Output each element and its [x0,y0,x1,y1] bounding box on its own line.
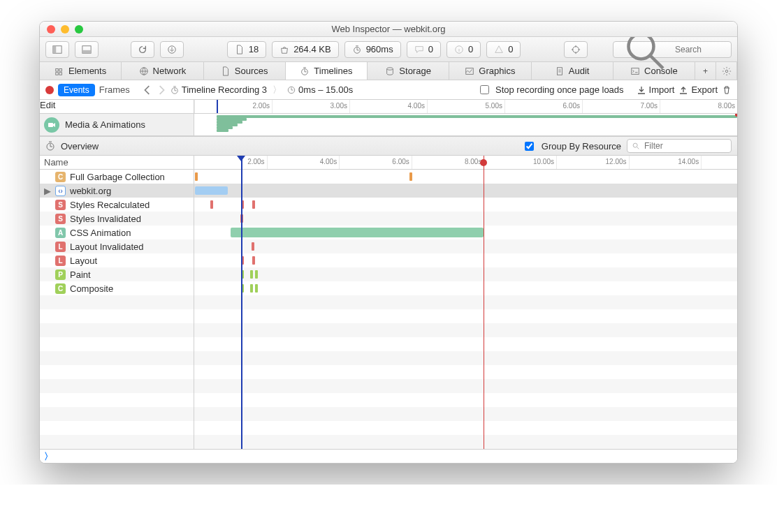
svg-rect-3 [82,50,91,52]
timeline-event[interactable] [252,200,255,209]
warning-icon [494,45,504,54]
reload-button[interactable] [131,41,154,58]
tab-sources[interactable]: Sources [204,62,286,80]
breadcrumb-range[interactable]: 0ms – 15.00s [298,84,353,95]
svg-point-8 [629,34,654,59]
download-button[interactable] [160,41,184,58]
tab-audit[interactable]: Audit [532,62,613,80]
detail-ruler-scale[interactable]: 2.00s4.00s6.00s8.00s10.00s12.00s14.00s [194,156,737,169]
empty-row [40,309,737,323]
group-by-resource-checkbox[interactable] [525,142,534,151]
tab-graphics[interactable]: Graphics [449,62,531,80]
timeline-row[interactable]: CFull Garbage Collection [40,170,737,184]
timeline-event[interactable] [241,200,244,209]
inspector-window: Web Inspector — webkit.org 18 264.4 KB 9… [39,21,738,464]
messages-stat: 0 [407,41,441,58]
timeline-row[interactable]: PPaint [40,267,737,281]
empty-row [40,323,737,337]
filter-input[interactable] [643,140,727,152]
timeline-event[interactable] [241,256,244,265]
media-track-icon [44,117,59,133]
file-icon [235,45,245,54]
view-events-tab[interactable]: Events [58,84,95,96]
console-icon [630,66,640,76]
name-column-header[interactable]: Name [40,156,194,169]
overview-ruler-scale[interactable]: 1000.0ms2.00s3.00s4.00s5.00s6.00s7.00s8.… [194,100,737,113]
import-button[interactable]: Import [637,84,675,95]
group-by-resource-label: Group By Resource [542,141,621,152]
delete-recording-button[interactable] [722,85,732,95]
timelines-icon [300,66,310,76]
row-label: Full Garbage Collection [70,172,165,182]
timeline-event[interactable] [241,270,244,279]
timeline-event[interactable] [195,172,198,181]
timeline-row[interactable]: SStyles Recalculated [40,198,737,212]
timeline-event[interactable] [195,186,228,195]
gear-icon [722,66,732,76]
media-track-lane[interactable] [194,114,737,135]
tab-console[interactable]: Console [613,62,695,80]
empty-row [40,365,737,379]
timeline-event[interactable] [409,172,412,181]
view-frames-tab[interactable]: Frames [99,84,130,95]
timeline-rows: CFull Garbage Collection▶‹›webkit.orgSSt… [40,170,737,449]
timeline-row[interactable]: LLayout Invalidated [40,239,737,253]
tab-storage[interactable]: Storage [368,62,449,80]
row-badge: P [55,269,66,280]
nav-forward-button[interactable] [157,85,166,95]
search-input[interactable] [674,44,725,55]
timeline-event[interactable] [240,214,243,223]
timeline-event[interactable] [241,284,244,293]
crosshair-icon [571,45,581,54]
timeline-event[interactable] [250,284,253,293]
svg-point-15 [387,67,393,70]
timeline-row[interactable]: SStyles Invalidated [40,212,737,226]
export-button[interactable]: Export [678,84,718,95]
media-animations-track: Media & Animations [40,114,737,136]
inspect-element-button[interactable] [564,41,588,58]
disclosure-triangle[interactable]: ▶ [44,186,51,196]
timeline-row[interactable]: ACSS Animation [40,226,737,239]
record-button[interactable] [45,86,54,94]
timeline-event[interactable] [255,284,258,293]
tab-network[interactable]: Network [122,62,203,80]
filter-field[interactable] [627,139,732,153]
settings-button[interactable] [716,62,737,80]
timeline-row[interactable]: ▶‹›webkit.org [40,184,737,198]
timeline-event[interactable] [250,270,253,279]
nav-back-button[interactable] [143,85,152,95]
toggle-left-sidebar-button[interactable] [45,41,69,58]
console-prompt[interactable]: 〉 [40,449,737,463]
svg-rect-10 [59,68,62,71]
tab-elements[interactable]: Elements [40,62,122,80]
size-stat: 264.4 KB [272,41,339,58]
row-badge: ‹› [55,186,66,196]
timeline-event[interactable] [231,228,484,237]
timeline-event[interactable] [252,256,255,265]
breadcrumb: Timeline Recording 3 〉 0ms – 15.00s [170,84,353,96]
timeline-event[interactable] [255,270,258,279]
toggle-bottom-panel-button[interactable] [75,41,99,58]
search-field[interactable] [613,41,732,58]
empty-row [40,421,737,435]
breadcrumb-recording[interactable]: Timeline Recording 3 [182,84,267,95]
empty-row [40,379,737,393]
row-label: Layout Invalidated [70,242,144,252]
timeline-row[interactable]: LLayout [40,253,737,267]
row-badge: C [55,283,66,294]
timeline-row[interactable]: CComposite [40,281,737,295]
timeline-event[interactable] [210,200,213,209]
edit-timelines-button[interactable]: Edit [40,100,55,110]
row-label: Styles Invalidated [70,214,141,224]
timeline-event[interactable] [252,242,254,251]
warnings-stat: 0 [486,41,521,58]
empty-row [40,435,737,449]
graphics-icon [465,66,474,76]
stop-on-load-checkbox[interactable] [480,85,489,94]
row-label: Composite [70,283,113,294]
row-label: Styles Recalculated [70,200,150,210]
row-badge: S [55,200,66,210]
tab-timelines[interactable]: Timelines [286,62,368,80]
main-toolbar: 18 264.4 KB 960ms 0 0 0 [40,37,737,62]
new-tab-button[interactable]: + [695,62,716,80]
